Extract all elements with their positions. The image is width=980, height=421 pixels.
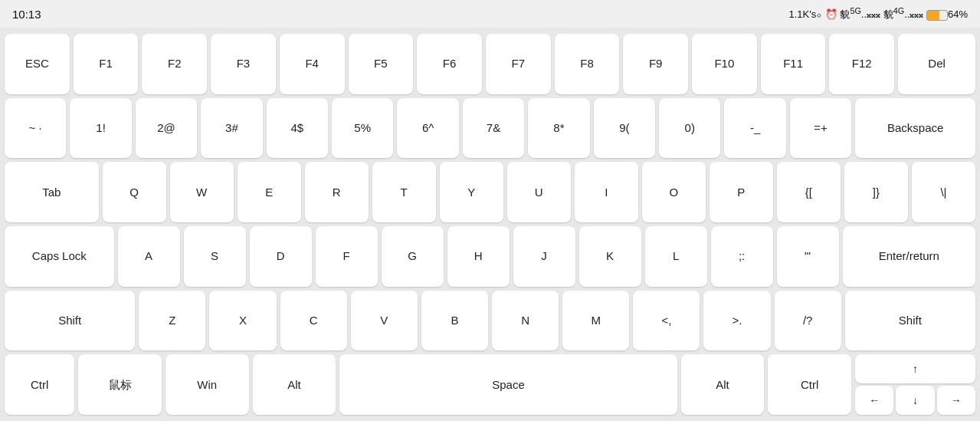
key-9[interactable]: 9( [594,98,655,159]
key-f5[interactable]: F5 [349,34,414,94]
status-icons: 1.1K's⬦ ⏰ 貌5G..𝄪𝄪𝄪 貌4G..𝄪𝄪𝄪 64% [788,6,968,21]
key-shift-left[interactable]: Shift [5,291,135,351]
key-row-5: Shift Z X C V B N M <, >. /? Shift [5,291,975,351]
key-1[interactable]: 1! [70,98,131,159]
key-enter[interactable]: Enter/return [843,226,975,287]
key-row-2: ~ · 1! 2@ 3# 4$ 5% 6^ 7& 8* 9( 0) -_ =+ … [5,98,975,159]
key-f4[interactable]: F4 [280,34,345,94]
key-u[interactable]: U [507,162,571,222]
key-j[interactable]: J [513,226,575,287]
key-n[interactable]: N [492,291,559,351]
key-mouse[interactable]: 鼠标 [78,354,162,415]
key-h[interactable]: H [447,226,510,287]
status-right: 1.1K's⬦ ⏰ 貌5G..𝄪𝄪𝄪 貌4G..𝄪𝄪𝄪 64% [788,6,968,21]
key-f9[interactable]: F9 [623,34,688,94]
key-i[interactable]: I [575,162,638,222]
key-caps-lock[interactable]: Caps Lock [5,226,114,287]
key-d[interactable]: D [250,226,312,287]
key-semicolon[interactable]: ;: [711,226,773,287]
key-arrow-right[interactable]: → [937,386,975,415]
key-2[interactable]: 2@ [136,98,197,159]
key-tab[interactable]: Tab [5,162,99,222]
key-f3[interactable]: F3 [211,34,276,94]
key-row-6: Ctrl 鼠标 Win Alt Space Alt Ctrl ↑ ← ↓ → [5,354,975,415]
keyboard: ESC F1 F2 F3 F4 F5 F6 F7 F8 F9 F10 F11 F… [0,28,980,421]
key-alt-left[interactable]: Alt [253,354,336,415]
key-f[interactable]: F [316,226,378,287]
key-m[interactable]: M [562,291,629,351]
key-minus[interactable]: -_ [724,98,785,159]
key-shift-right[interactable]: Shift [845,291,975,351]
key-x[interactable]: X [209,291,276,351]
key-f6[interactable]: F6 [417,34,482,94]
key-w[interactable]: W [170,162,234,222]
key-t[interactable]: T [372,162,436,222]
key-o[interactable]: O [642,162,706,222]
key-arrow-left[interactable]: ← [855,386,893,415]
key-row-4: Caps Lock A S D F G H J K L ;: "' Enter/… [5,226,975,287]
key-p[interactable]: P [710,162,773,222]
key-esc[interactable]: ESC [5,34,70,94]
key-v[interactable]: V [351,291,418,351]
key-backslash[interactable]: \| [912,162,975,222]
key-4[interactable]: 4$ [267,98,328,159]
key-k[interactable]: K [579,226,641,287]
key-q[interactable]: Q [103,162,166,222]
key-c[interactable]: C [280,291,347,351]
key-ctrl-left[interactable]: Ctrl [5,354,74,415]
key-win[interactable]: Win [166,354,249,415]
key-rbracket[interactable]: ]} [844,162,908,222]
key-0[interactable]: 0) [659,98,720,159]
key-3[interactable]: 3# [201,98,262,159]
key-comma[interactable]: <, [633,291,700,351]
key-row-1: ESC F1 F2 F3 F4 F5 F6 F7 F8 F9 F10 F11 F… [5,34,975,94]
key-e[interactable]: E [238,162,301,222]
key-f12[interactable]: F12 [829,34,894,94]
key-space[interactable]: Space [339,354,677,415]
key-arrow-down[interactable]: ↓ [896,386,934,415]
key-8[interactable]: 8* [528,98,589,159]
key-tilde[interactable]: ~ · [5,98,66,159]
key-g[interactable]: G [382,226,444,287]
status-bar: 10:13 1.1K's⬦ ⏰ 貌5G..𝄪𝄪𝄪 貌4G..𝄪𝄪𝄪 64% [0,0,980,28]
key-f1[interactable]: F1 [74,34,139,94]
key-f2[interactable]: F2 [142,34,207,94]
key-lbracket[interactable]: {[ [777,162,841,222]
key-a[interactable]: A [118,226,180,287]
key-del[interactable]: Del [898,34,975,94]
key-f8[interactable]: F8 [555,34,620,94]
arrow-top-row: ↑ [855,354,975,383]
key-slash[interactable]: /? [775,291,841,351]
key-arrow-up[interactable]: ↑ [855,354,975,383]
key-ctrl-right[interactable]: Ctrl [768,354,851,415]
key-b[interactable]: B [421,291,488,351]
key-6[interactable]: 6^ [397,98,458,159]
key-row-3: Tab Q W E R T Y U I O P {[ ]} \| [5,162,975,222]
key-5[interactable]: 5% [332,98,393,159]
key-7[interactable]: 7& [463,98,524,159]
key-f7[interactable]: F7 [486,34,551,94]
key-alt-right[interactable]: Alt [681,354,765,415]
key-period[interactable]: >. [703,291,770,351]
key-f11[interactable]: F11 [761,34,826,94]
key-r[interactable]: R [305,162,369,222]
key-l[interactable]: L [645,226,707,287]
arrow-bottom-row: ← ↓ → [855,386,975,415]
key-z[interactable]: Z [139,291,205,351]
key-y[interactable]: Y [440,162,503,222]
key-s[interactable]: S [184,226,246,287]
key-equals[interactable]: =+ [790,98,851,159]
status-time: 10:13 [12,8,41,21]
key-quote[interactable]: "' [777,226,839,287]
key-backspace[interactable]: Backspace [855,98,975,159]
key-f10[interactable]: F10 [692,34,757,94]
arrow-cluster: ↑ ← ↓ → [855,354,975,415]
